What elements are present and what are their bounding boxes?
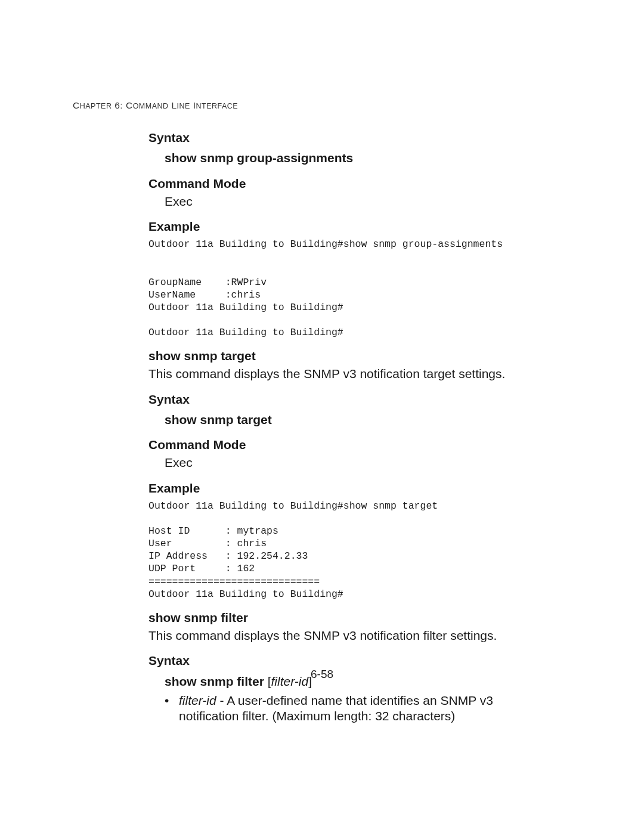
syntax-heading: Syntax: [148, 392, 554, 407]
command-title: show snmp target: [148, 348, 554, 364]
example-heading: Example: [148, 481, 554, 496]
example-heading: Example: [148, 219, 554, 234]
parameter-text: filter-id - A user-defined name that ide…: [179, 693, 554, 724]
command-mode-value: Exec: [165, 455, 554, 470]
command-mode-value: Exec: [165, 194, 554, 209]
content-column: Syntax show snmp group-assignments Comma…: [148, 130, 554, 724]
running-header: CHAPTER 6: COMMAND LINE INTERFACE: [73, 100, 238, 111]
chapter-label: CHAPTER 6: COMMAND LINE INTERFACE: [73, 100, 238, 110]
parameter-bullet: • filter-id - A user-defined name that i…: [165, 693, 554, 724]
syntax-command: show snmp group-assignments: [165, 150, 554, 166]
command-title: show snmp filter: [148, 610, 554, 625]
example-code-block: Outdoor 11a Building to Building#show sn…: [148, 500, 554, 600]
command-mode-heading: Command Mode: [148, 176, 554, 191]
page: CHAPTER 6: COMMAND LINE INTERFACE Syntax…: [0, 0, 644, 833]
command-mode-heading: Command Mode: [148, 437, 554, 453]
syntax-heading: Syntax: [148, 130, 554, 145]
syntax-command: show snmp target: [165, 412, 554, 428]
page-number: 6-58: [0, 668, 644, 681]
command-description: This command displays the SNMP v3 notifi…: [148, 628, 554, 643]
syntax-heading: Syntax: [148, 653, 554, 668]
example-code-block: Outdoor 11a Building to Building#show sn…: [148, 238, 554, 339]
command-description: This command displays the SNMP v3 notifi…: [148, 366, 554, 382]
bullet-icon: •: [165, 693, 179, 724]
